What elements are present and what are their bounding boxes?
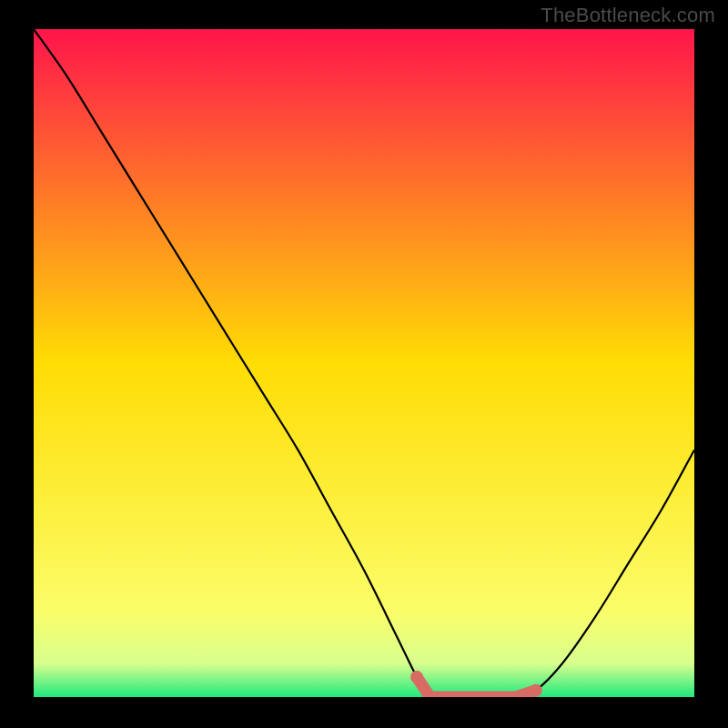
chart-background [34,29,694,697]
optimal-range-dot-left [410,671,423,683]
plot-area [34,29,694,697]
chart-frame: TheBottleneck.com [0,0,728,728]
chart-svg [34,29,694,697]
optimal-range-dot-right [530,684,542,697]
attribution-text: TheBottleneck.com [541,4,715,27]
